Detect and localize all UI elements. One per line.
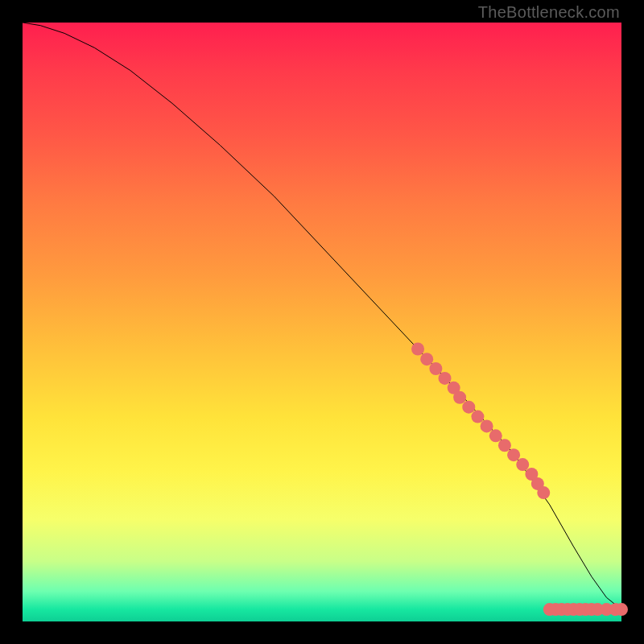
plot-area xyxy=(23,23,621,621)
data-point xyxy=(462,401,475,414)
data-point xyxy=(489,429,502,442)
data-point xyxy=(439,372,452,385)
data-point xyxy=(507,448,520,461)
chart-frame xyxy=(23,23,621,621)
data-point xyxy=(411,342,424,355)
curve-path xyxy=(23,23,621,609)
watermark-text: TheBottleneck.com xyxy=(478,3,620,22)
data-point xyxy=(420,353,433,365)
curve-layer xyxy=(23,23,621,609)
data-point xyxy=(481,419,493,432)
chart-svg xyxy=(23,23,621,621)
data-point xyxy=(429,362,442,375)
data-point xyxy=(498,439,511,452)
data-point xyxy=(453,391,466,404)
data-point xyxy=(471,411,484,423)
data-point xyxy=(537,486,550,499)
data-point xyxy=(615,603,628,616)
data-point xyxy=(516,458,529,471)
points-layer xyxy=(411,342,628,616)
